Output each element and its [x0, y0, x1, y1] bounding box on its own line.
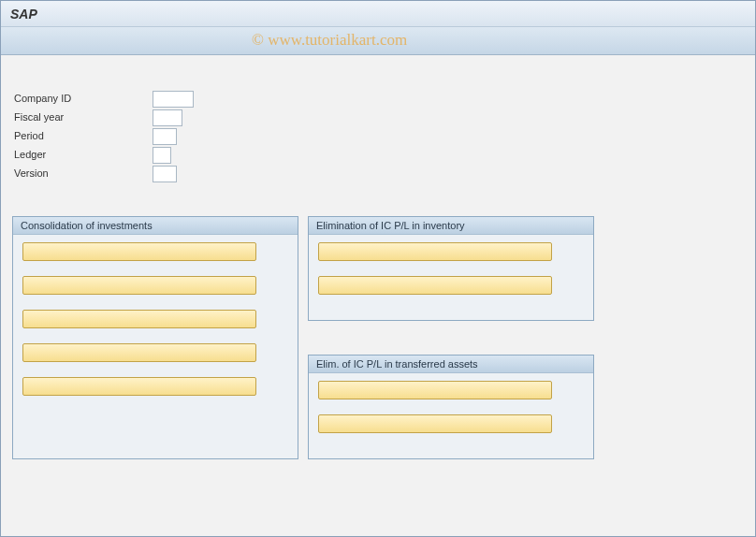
fiscal-year-input[interactable]	[153, 109, 182, 126]
consolidation-button-2[interactable]	[22, 276, 256, 295]
panel-area: Consolidation of investments Elimination…	[12, 216, 744, 515]
version-input[interactable]	[153, 166, 177, 182]
elim-transferred-panel: Elim. of IC P/L in transferred assets	[308, 355, 594, 459]
elim-inventory-button-2[interactable]	[318, 276, 552, 295]
watermark-text: © www.tutorialkart.com	[252, 31, 407, 50]
elim-transferred-panel-title: Elim. of IC P/L in transferred assets	[309, 355, 593, 373]
window-title: SAP	[10, 7, 37, 22]
content-area: Company ID Fiscal year Period Ledger Ver…	[1, 55, 755, 527]
selection-fields: Company ID Fiscal year Period Ledger Ver…	[12, 91, 349, 182]
ledger-input[interactable]	[153, 147, 171, 164]
consolidation-button-5[interactable]	[22, 377, 256, 396]
elim-inventory-panel-title: Elimination of IC P/L in inventory	[309, 216, 593, 235]
consolidation-button-1[interactable]	[22, 242, 256, 261]
consolidation-panel-title: Consolidation of investments	[13, 216, 298, 235]
elim-transferred-button-1[interactable]	[318, 381, 552, 399]
version-label: Version	[12, 166, 153, 182]
period-label: Period	[12, 128, 153, 145]
period-input[interactable]	[153, 128, 177, 145]
company-id-label: Company ID	[12, 91, 153, 108]
application-toolbar: © www.tutorialkart.com	[1, 27, 755, 55]
elim-inventory-panel: Elimination of IC P/L in inventory	[308, 216, 594, 321]
consolidation-panel: Consolidation of investments	[12, 216, 298, 459]
fiscal-year-label: Fiscal year	[12, 109, 153, 126]
window-titlebar: SAP	[1, 1, 755, 27]
elim-inventory-button-1[interactable]	[318, 242, 552, 261]
consolidation-button-4[interactable]	[22, 343, 256, 362]
consolidation-button-3[interactable]	[22, 310, 256, 328]
ledger-label: Ledger	[12, 147, 153, 164]
elim-transferred-button-2[interactable]	[318, 414, 552, 433]
company-id-input[interactable]	[153, 91, 194, 108]
